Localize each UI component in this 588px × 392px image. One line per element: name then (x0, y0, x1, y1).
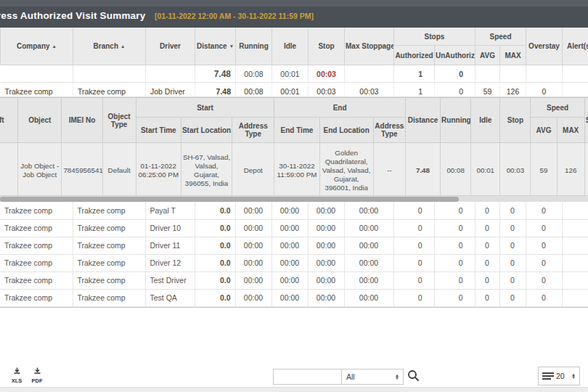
cell-branch (73, 65, 146, 83)
cell-branch: Trakzee comp (73, 271, 145, 289)
cell-unauthorized: 0 (434, 237, 475, 254)
detail-group-header-speed: Speed (531, 98, 584, 118)
col-header-running[interactable]: Running (236, 28, 272, 65)
group-header-speed: Speed (475, 28, 526, 46)
detail-col-header-imei: IMEI No (62, 98, 102, 143)
col-label-distance: Distance (197, 42, 227, 50)
cell-alerts (562, 219, 588, 237)
report-screen: Address Authorized Visit Summary [01-11-… (0, 0, 588, 392)
cell-end-address-type: -- (373, 143, 405, 198)
sort-asc-icon: ▲ (121, 44, 125, 49)
cell-idle: 00:00 (271, 237, 308, 254)
cell-idle: 00:00 (271, 219, 308, 237)
main-table-wrapper: Company▲ Branch▲ Driver Distance▼ Runnin… (0, 28, 588, 100)
cell-driver: Driver 12 (145, 254, 195, 271)
cell-distance: 0.0 (195, 289, 235, 306)
col-header-driver[interactable]: Driver (146, 28, 195, 65)
cell-avg: 59 (531, 143, 557, 198)
col-header-branch[interactable]: Branch▲ (73, 28, 146, 65)
cell-shift: - (0, 143, 18, 198)
cell-object: Job Object - Job Object (18, 143, 62, 198)
cell-driver: Test QA (145, 289, 195, 306)
search-field-select[interactable]: All ▲▼ (341, 369, 404, 385)
export-pdf-button[interactable]: PDF (28, 365, 46, 384)
cell-unauthorized: 0 (434, 271, 475, 289)
detail-col-header-idle: Idle (471, 98, 500, 143)
col-header-avg[interactable]: AVG (475, 46, 500, 65)
detail-col-header-end-location: End Location (319, 118, 373, 143)
col-header-distance[interactable]: Distance▼ (195, 28, 236, 65)
search-icon (407, 369, 420, 382)
cell-distance: 7.48 (195, 65, 236, 83)
cell-max: 0 (499, 202, 526, 219)
cell-authorized: 0 (393, 271, 434, 289)
cell-distance: 0.0 (195, 219, 235, 237)
cell-end-time: 30-11-2022 11:59:00 PM (274, 143, 319, 198)
detail-col-header-running: Running (441, 98, 471, 143)
detail-group-header-start: Start (136, 98, 274, 118)
cell-stop: 00:00 (308, 202, 344, 219)
col-header-unauthorized[interactable]: UnAuthorized (435, 46, 475, 65)
cell-running: 00:00 (235, 202, 271, 219)
page-size-select[interactable]: 20 ▲▼ (538, 367, 580, 385)
scrollbar-thumb[interactable] (0, 197, 459, 202)
col-header-max[interactable]: MAX (500, 46, 526, 65)
detail-row[interactable]: -Job Object - Job Object78459565412Defau… (0, 143, 588, 198)
cell-idle: 00:00 (271, 202, 308, 219)
cell-max-stoppage: 00:00 (344, 254, 393, 271)
detail-col-header-distance: Distance (405, 98, 440, 143)
cell-branch: Trakzee comp (73, 289, 145, 306)
main-table-top-body: 7.4800:0800:0100:0310Trakzee compTrakzee… (1, 65, 588, 100)
detail-col-header-object-type: Object Type (102, 98, 136, 143)
detail-col-header-start-address-type: Address Type (232, 118, 274, 143)
report-date-range: [01-11-2022 12:00 AM - 30-11-2022 11:59 … (155, 12, 314, 20)
cell-stop: 00:03 (309, 65, 345, 83)
driver-row[interactable]: Trakzee compTrakzee compTest Driver0.000… (0, 271, 588, 289)
cell-idle: 00:00 (271, 271, 308, 289)
cell-overstay: 0 (526, 271, 562, 289)
driver-row[interactable]: Trakzee compTrakzee compDriver 100.000:0… (0, 219, 588, 237)
cell-avg: 0 (475, 202, 499, 219)
cell-authorized: 0 (393, 254, 434, 271)
detail-col-header-end-address-type: Address Type (373, 118, 405, 143)
col-header-authorized[interactable]: Authorized (394, 46, 435, 65)
cell-authorized: 0 (393, 219, 434, 237)
titlebar: Address Authorized Visit Summary [01-11-… (0, 0, 588, 28)
cell-authorized: 1 (394, 65, 435, 83)
cell-driver: Driver 11 (145, 237, 195, 254)
driver-row[interactable]: Trakzee compTrakzee compDriver 120.000:0… (0, 254, 588, 271)
detail-col-header-shift: Shift (0, 98, 18, 143)
col-label-branch: Branch (94, 42, 118, 50)
cell-driver: Test Driver (145, 271, 195, 289)
col-header-overstay[interactable]: Overstay (526, 28, 563, 65)
cell-stop: 00:00 (308, 219, 344, 237)
export-xls-button[interactable]: XLS (7, 365, 26, 384)
detail-table: Shift Object IMEI No Object Type Start E… (0, 97, 588, 198)
cell-driver: Driver 10 (145, 219, 195, 237)
download-icon (13, 367, 21, 375)
xls-label: XLS (7, 377, 26, 384)
col-header-alerts[interactable]: Alert(s) (563, 28, 588, 65)
col-header-stop[interactable]: Stop (309, 28, 345, 65)
detail-panel: Shift Object IMEI No Object Type Start E… (0, 97, 588, 203)
cell-avg: 0 (475, 271, 499, 289)
driver-row[interactable]: Trakzee compTrakzee compDriver 110.000:0… (0, 237, 588, 254)
rows-table-wrapper: Trakzee compTrakzee compPayal T0.000:000… (0, 202, 588, 308)
search-input[interactable] (273, 369, 344, 385)
driver-row[interactable]: Trakzee compTrakzee compTest QA0.000:000… (0, 289, 588, 306)
col-header-max-stoppage[interactable]: Max Stoppage (345, 28, 394, 65)
search-button[interactable] (407, 369, 420, 385)
summary-row[interactable]: 7.4800:0800:0100:0310 (1, 65, 588, 83)
cell-alerts (562, 202, 588, 219)
cell-company: Trakzee comp (0, 271, 73, 289)
cell-branch: Trakzee comp (73, 237, 145, 254)
cell-distance: 7.48 (405, 143, 440, 198)
col-header-company[interactable]: Company▲ (1, 28, 73, 65)
sort-desc-icon: ▼ (229, 44, 234, 49)
col-header-idle[interactable]: Idle (272, 28, 309, 65)
driver-row[interactable]: Trakzee compTrakzee compPayal T0.000:000… (0, 202, 588, 219)
cell-branch: Trakzee comp (73, 254, 145, 271)
page-title: Address Authorized Visit Summary (0, 10, 145, 21)
cell-idle: 00:00 (271, 254, 308, 271)
cell-running: 00:00 (235, 289, 271, 306)
